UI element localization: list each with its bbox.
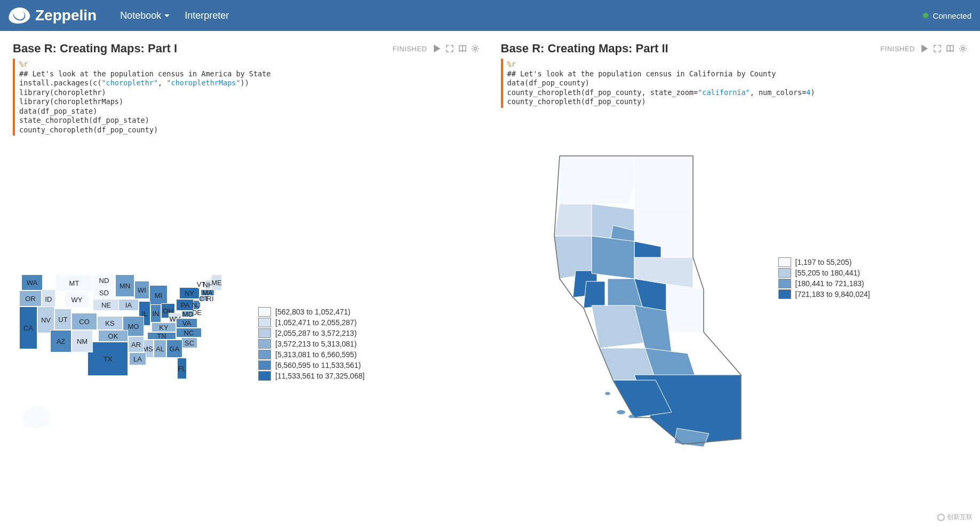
legend-row: [5,313,081 to 6,560,595): [258, 350, 364, 359]
state-wy: WY: [65, 292, 89, 308]
expand-icon[interactable]: [445, 44, 454, 53]
state-or: OR: [19, 290, 42, 306]
legend-swatch: [258, 339, 271, 349]
state-ar: AR: [128, 336, 144, 352]
state-ky: KY: [152, 323, 176, 332]
state-ca: CA: [19, 306, 37, 349]
state-ny: NY: [179, 287, 200, 299]
state-de: DE: [194, 310, 200, 315]
state-mi: MI: [149, 285, 168, 305]
legend-row: [55,205 to 180,441): [778, 268, 870, 278]
state-tn: TN: [147, 332, 176, 340]
paragraph-status: FINISHED: [393, 45, 427, 53]
us-legend: [562,803 to 1,052,471) [1,052,471 to 2,0…: [258, 307, 364, 381]
state-wi: WI: [134, 281, 149, 299]
legend-swatch: [258, 371, 271, 381]
legend-label: [5,313,081 to 6,560,595): [275, 350, 357, 359]
code-block[interactable]: %r ## Let's look at the population censu…: [501, 59, 968, 108]
state-ga: GA: [166, 340, 182, 358]
state-nh: NH: [205, 280, 211, 289]
state-co: CO: [71, 313, 97, 330]
state-nd: ND: [93, 274, 115, 286]
legend-swatch: [258, 318, 271, 327]
state-nm: NM: [71, 330, 93, 352]
california-map: [506, 151, 762, 450]
connection-label: Connected: [933, 11, 971, 20]
state-ri: RI: [208, 296, 212, 301]
paragraph-status: FINISHED: [880, 45, 915, 53]
nav-notebook[interactable]: Notebook: [113, 5, 177, 27]
state-in: IN: [150, 304, 161, 323]
state-md: MD: [181, 311, 194, 317]
state-pa: PA: [176, 299, 194, 311]
book-icon[interactable]: [458, 44, 467, 53]
state-ut: UT: [54, 309, 71, 330]
zeppelin-icon: [7, 6, 31, 25]
state-ne: NE: [93, 299, 119, 311]
state-ks: KS: [97, 316, 123, 330]
paragraph-part2: Base R: Creating Maps: Part II FINISHED …: [492, 37, 976, 454]
state-id: ID: [42, 289, 55, 309]
svg-marker-2: [922, 45, 927, 52]
legend-label: [6,560,595 to 11,533,561): [275, 361, 361, 369]
state-alaska: [18, 403, 55, 429]
legend-swatch: [778, 279, 791, 288]
state-ok: OK: [98, 330, 128, 342]
notebook-content: Base R: Creating Maps: Part I FINISHED %…: [0, 31, 980, 460]
code-block[interactable]: %r ## Let's look at the population censu…: [13, 59, 480, 136]
svg-marker-0: [434, 45, 440, 52]
legend-swatch: [778, 289, 791, 299]
state-ia: IA: [118, 299, 139, 311]
legend-label: [11,533,561 to 37,325,068]: [275, 372, 364, 380]
state-nv: NV: [37, 306, 54, 333]
state-sc: SC: [181, 337, 197, 348]
svg-point-1: [474, 48, 476, 50]
ca-map-chart: [1,197 to 55,205) [55,205 to 180,441) [1…: [501, 119, 968, 450]
us-map: WAORIDMTWYNDSDNEMNIAWIMIILINOHPANYVTNHME…: [18, 274, 248, 413]
state-tx: TX: [87, 342, 128, 376]
run-icon[interactable]: [920, 44, 929, 53]
paragraph-title: Base R: Creating Maps: Part I: [13, 42, 393, 56]
brand-logo[interactable]: Zeppelin: [9, 7, 97, 24]
expand-icon[interactable]: [933, 44, 942, 53]
nav-notebook-label: Notebook: [120, 10, 161, 21]
state-mt: MT: [55, 274, 93, 292]
caret-down-icon: [164, 14, 170, 17]
navbar: Zeppelin Notebook Interpreter Connected: [0, 0, 980, 31]
book-icon[interactable]: [946, 44, 954, 53]
state-al: AL: [154, 340, 166, 358]
svg-point-6: [605, 392, 610, 395]
legend-row: [721,183 to 9,840,024]: [778, 289, 870, 299]
gear-icon[interactable]: [471, 44, 480, 53]
paragraph-title: Base R: Creating Maps: Part II: [501, 42, 881, 56]
paragraph-part1: Base R: Creating Maps: Part I FINISHED %…: [4, 37, 488, 454]
us-map-chart: WAORIDMTWYNDSDNEMNIAWIMIILINOHPANYVTNHME…: [13, 146, 480, 413]
svg-point-4: [617, 410, 625, 414]
legend-row: [11,533,561 to 37,325,068]: [258, 371, 364, 381]
legend-label: [2,055,287 to 3,572,213): [275, 329, 357, 337]
ca-legend: [1,197 to 55,205) [55,205 to 180,441) [1…: [778, 257, 870, 299]
svg-point-3: [962, 48, 965, 50]
svg-point-5: [628, 415, 635, 418]
gear-icon[interactable]: [959, 44, 967, 53]
state-sd: SD: [93, 286, 115, 299]
state-nc: NC: [176, 328, 202, 337]
state-mn: MN: [115, 274, 134, 297]
legend-row: [2,055,287 to 3,572,213): [258, 328, 364, 338]
brand-text: Zeppelin: [35, 7, 97, 24]
legend-swatch: [258, 350, 271, 359]
state-va: VA: [176, 318, 197, 328]
legend-label: [721,183 to 9,840,024]: [795, 290, 870, 298]
legend-swatch: [778, 257, 791, 267]
nav-interpreter[interactable]: Interpreter: [177, 5, 236, 27]
connection-status: Connected: [923, 11, 971, 20]
legend-row: [1,052,471 to 2,055,287): [258, 318, 364, 327]
legend-label: [562,803 to 1,052,471): [275, 308, 350, 316]
state-az: AZ: [50, 330, 71, 352]
state-wa: WA: [21, 274, 43, 290]
legend-row: [180,441 to 721,183): [778, 279, 870, 288]
state-la: LA: [129, 352, 146, 365]
california-svg: [506, 151, 762, 450]
run-icon[interactable]: [433, 44, 441, 53]
state-fl: FL: [177, 358, 187, 379]
